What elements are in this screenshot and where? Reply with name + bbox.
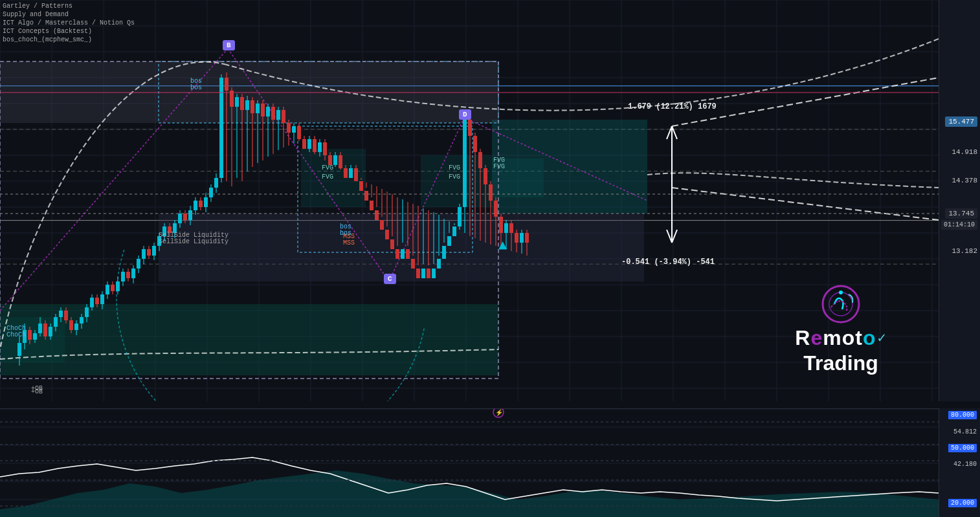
svg-point-1	[829, 292, 852, 316]
fvg-label-1: FVG	[322, 173, 333, 181]
ind-label-0: Gartley / Patterns	[3, 3, 135, 10]
indicator-labels: Gartley / Patterns Supply and Demand ICT…	[3, 3, 135, 43]
point-c-label: C	[384, 274, 396, 284]
fvg-label-3: FVG	[493, 163, 505, 170]
ind-label-4: bos_choch_(mcphew_smc_)	[3, 36, 135, 43]
ind-label-2: ICT Algo / Masterclass / Notion Qs	[3, 19, 135, 27]
down-measurement: -0.541 (-3.94%) -541	[621, 258, 715, 267]
bos-label-1: bos	[190, 84, 202, 91]
choch-label: ChoCh	[6, 331, 26, 338]
price-14378: 14.378	[949, 176, 980, 185]
bottom-right-panel: 80.000 54.812 50.000 42.180 20.000	[939, 408, 980, 517]
price-13182: 13.182	[949, 246, 980, 256]
point-d-label: D	[459, 109, 471, 120]
cyan-arrow: ▲	[498, 238, 507, 254]
ob-label: +OB	[31, 388, 43, 395]
fvg-label-2: FVG	[449, 173, 460, 181]
right-price-panel	[939, 0, 980, 401]
timer-label: 01:14:10	[941, 220, 977, 230]
miss-label: MSS	[343, 239, 355, 247]
osc-level-4218: 42.180	[952, 460, 979, 468]
up-measurement: 1.679 (12.21%) 1679	[628, 102, 717, 111]
point-b-label: B	[223, 40, 235, 50]
logo-icon	[821, 285, 860, 324]
logo-area: Remoto ✓ Trading	[753, 278, 928, 382]
osc-level-50: 50.000	[946, 444, 979, 452]
sellside-label: SellSide Liquidity	[159, 238, 228, 245]
price-15477: 15.477	[942, 116, 980, 127]
osc-level-5481: 54.812	[952, 428, 979, 436]
logo-trading: Trading	[803, 351, 878, 375]
ind-label-1: Supply and Demand	[3, 11, 135, 18]
logo-text: Remoto ✓	[795, 326, 886, 350]
osc-level-20: 20.000	[946, 499, 979, 507]
price-14918: 14.918	[949, 148, 980, 157]
ind-label-3: ICT Concepts (Backtest)	[3, 28, 135, 35]
oscillator-canvas[interactable]	[0, 409, 939, 517]
bos-label-2: bos	[340, 230, 351, 237]
svg-point-2	[839, 291, 843, 294]
osc-level-80: 80.000	[946, 411, 979, 419]
bottom-panel	[0, 408, 939, 517]
